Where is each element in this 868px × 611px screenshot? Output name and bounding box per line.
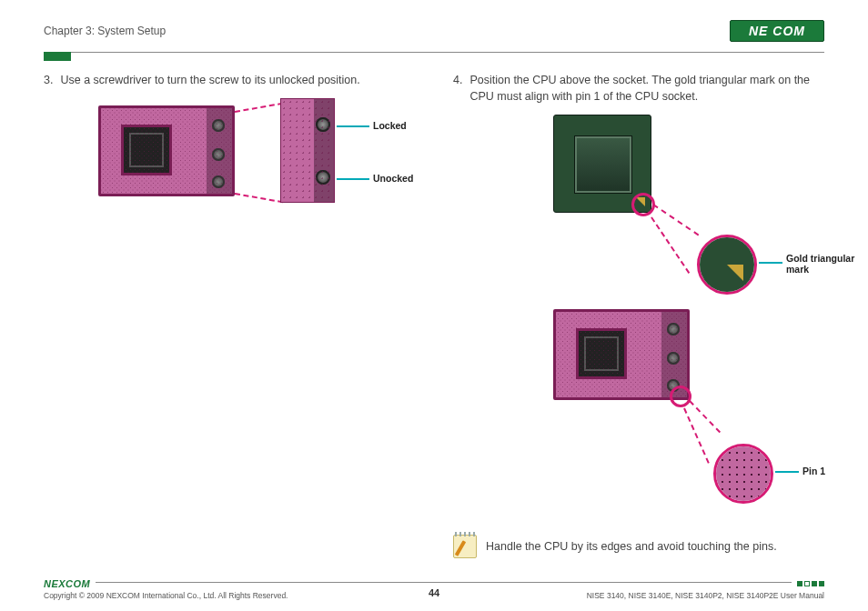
callout-dash [235,193,284,203]
left-column: 3. Use a screwdriver to turn the screw t… [44,73,435,556]
header-rule [44,47,824,64]
note-icon [453,535,477,558]
label-gold-mark: Gold triangular mark [786,253,859,275]
leader-line [759,262,782,264]
right-column: 4. Position the CPU above the socket. Th… [453,73,835,556]
step-3: 3. Use a screwdriver to turn the screw t… [44,73,435,89]
manual-title: NISE 3140, NISE 3140E, NISE 3140P2, NISE… [587,591,824,600]
copyright-text: Copyright © 2009 NEXCOM International Co… [44,591,288,600]
socket-zoom-detail [280,98,335,203]
leader-line [337,125,369,127]
manual-page: Chapter 3: System Setup NE COM 3. Use a … [0,0,868,611]
zoom-pin1 [713,444,773,504]
handling-note: Handle the CPU by its edges and avoid to… [453,535,835,558]
nexcom-logo: NE COM [730,20,824,42]
step-3-text: Use a screwdriver to turn the screw to i… [60,73,359,89]
footer-ornament-icon [797,581,824,586]
step-4-text: Position the CPU above the socket. The g… [469,73,835,105]
label-locked: Locked [373,120,407,131]
highlight-ring [670,386,691,407]
cpu-socket-image [553,309,690,400]
figure-cpu-chip: Gold triangular mark [508,115,826,296]
zoom-gold-mark [697,235,757,295]
leader-line [775,471,799,473]
step-4-number: 4. [453,73,462,105]
highlight-ring [631,193,655,216]
label-unlocked: Unocked [373,173,413,184]
chapter-title: Chapter 3: System Setup [44,25,166,37]
footer-logo: NEXCOM [44,578,90,589]
leader-line [337,178,369,180]
step-4: 4. Position the CPU above the socket. Th… [453,73,835,105]
figure-screw-lock: Locked Unocked [98,105,408,215]
figure-socket-pin1: Pin 1 [508,309,826,509]
callout-dash [235,103,284,113]
page-header: Chapter 3: System Setup NE COM [44,18,824,44]
step-3-number: 3. [44,73,53,89]
logo-text: NE COM [749,24,805,38]
content-area: 3. Use a screwdriver to turn the screw t… [44,73,824,556]
page-number: 44 [429,587,439,598]
note-text: Handle the CPU by its edges and avoid to… [486,540,777,553]
label-pin1: Pin 1 [802,466,825,476]
cpu-socket-image [98,105,235,196]
